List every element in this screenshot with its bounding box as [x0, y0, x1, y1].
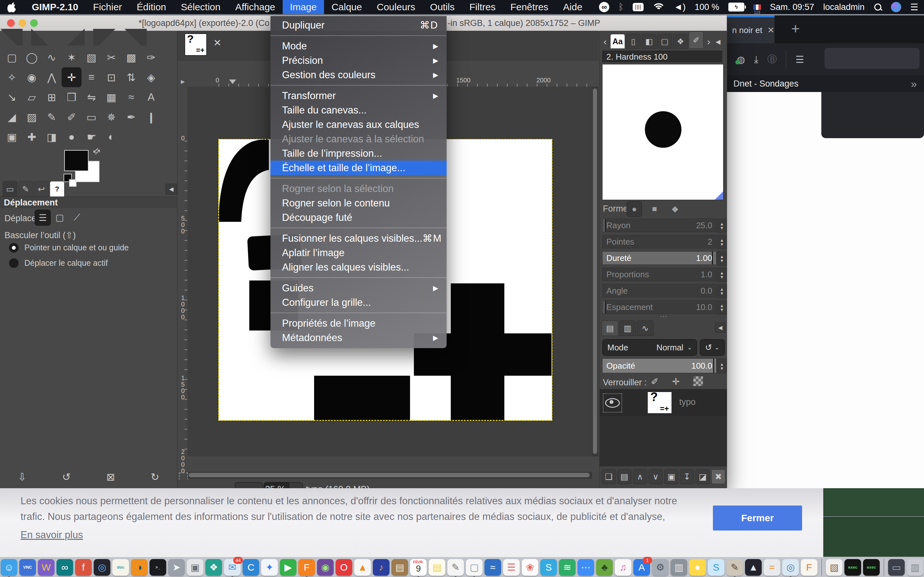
itunes-dock-icon[interactable]: ♫	[615, 559, 632, 576]
ink-pen-tool[interactable]: ✑	[141, 47, 161, 67]
save-tool-preset-button[interactable]: ⇩	[18, 471, 27, 483]
control-center-icon[interactable]: ☰	[910, 2, 918, 13]
vertical-scrollbar[interactable]	[592, 87, 598, 456]
messages-dock-icon[interactable]: ⋯	[577, 559, 594, 576]
cage-transform-tool[interactable]: ▦	[102, 87, 121, 107]
minimized-window-dock-icon[interactable]: ▭	[888, 559, 905, 576]
scissors-select-tool[interactable]: ✂	[102, 47, 121, 67]
select-by-color-tool[interactable]: ▧	[81, 47, 102, 67]
inkscape-dock-icon[interactable]: ▲	[745, 559, 762, 576]
notes-dock-icon[interactable]: ▤	[429, 559, 445, 576]
sketch-dock-icon[interactable]: S	[708, 559, 724, 576]
menu-item-dupliquer[interactable]: Dupliquer⌘D	[270, 18, 447, 32]
shear-tool[interactable]: ▱	[22, 87, 42, 107]
raise-layer-button[interactable]: ∧	[633, 469, 647, 484]
ink-tool[interactable]: ✒	[121, 107, 141, 127]
menu-fichier[interactable]: Fichier	[86, 0, 129, 14]
mypaint-brush-tool[interactable]: ❙	[141, 107, 161, 127]
opera-dock-icon[interactable]: O	[336, 559, 352, 576]
reset-tool-options-button[interactable]: ↻	[151, 471, 160, 483]
new-tab-button[interactable]: +	[791, 20, 800, 37]
tab-brush-presets[interactable]: ❖	[673, 34, 688, 49]
tor-browser-dock-icon[interactable]: ◉	[317, 559, 334, 576]
paintbrush-tool[interactable]: ✐	[61, 107, 81, 127]
app-c-dock-icon[interactable]: C	[242, 559, 259, 576]
menu-item-decoupage-fute[interactable]: Découpage futé	[270, 210, 447, 225]
menu-item-taille-canevas[interactable]: Taille du canevas...	[270, 103, 447, 117]
blender-dock-icon[interactable]: ◑	[131, 559, 148, 576]
menu-fenetres[interactable]: Fenêtres	[503, 0, 556, 14]
zoom-tool[interactable]: ◉	[22, 67, 42, 87]
panel-collapse-icon[interactable]: ◀	[166, 184, 177, 195]
color-picker-tool[interactable]: ✧	[2, 67, 22, 87]
skype-dock-icon[interactable]: S	[540, 559, 557, 576]
heal-tool[interactable]: ✚	[22, 127, 42, 147]
menu-selection[interactable]: Sélection	[174, 0, 228, 14]
ellipse-select-tool[interactable]: ◯	[22, 47, 42, 67]
vertical-ruler[interactable]: 0500100015002000	[178, 87, 188, 456]
calendar-dock-icon[interactable]: FÉVR.9	[410, 559, 427, 576]
battery-icon[interactable]: ϟ	[728, 3, 744, 11]
tab-selection-editor[interactable]: ▢	[657, 34, 672, 49]
tab-channels[interactable]: ▥	[619, 321, 636, 336]
airbrush-tool[interactable]: ✵	[102, 107, 121, 127]
firefox-dock-icon[interactable]: F	[298, 559, 315, 576]
opacity-spinner[interactable]: ▴▾	[717, 359, 727, 374]
user-session-label[interactable]: localadmin	[823, 2, 865, 12]
menu-item-configurer-grille[interactable]: Configurer la grille...	[270, 295, 447, 309]
tab-undo-history[interactable]: ↩	[34, 181, 49, 197]
unified-transform-tool[interactable]: ⇅	[121, 67, 141, 87]
foreground-select-tool[interactable]: ▩	[121, 47, 141, 67]
restore-tool-preset-button[interactable]: ↺	[62, 471, 71, 483]
input-language-flag-icon[interactable]: 123	[753, 5, 761, 10]
quick-mask-toggle[interactable]	[179, 472, 188, 480]
launchpad-dock-icon[interactable]: ➤	[168, 559, 185, 576]
clone-tool[interactable]: ▣	[2, 127, 22, 147]
hamburger-menu-icon[interactable]: ☰	[795, 54, 804, 65]
layer-mode-dropdown[interactable]: Mode Normal⌄	[602, 339, 697, 356]
download-icon[interactable]: ⤓	[754, 54, 758, 65]
sketchup-dock-icon[interactable]: ❖	[205, 559, 222, 576]
tab-fonts[interactable]: Aa	[610, 34, 625, 49]
lasso-select-tool[interactable]: ∿	[42, 47, 61, 67]
3d-transform-tool[interactable]: ❒	[61, 87, 81, 107]
image-tab-thumbnail[interactable]: ?=+	[184, 33, 207, 56]
app-f-dock-icon[interactable]: f	[75, 559, 92, 576]
move-selection-mode-button[interactable]: ▢	[52, 210, 67, 225]
app-store-dock-icon[interactable]: A1	[633, 559, 650, 576]
new-layer-group-button[interactable]: ▤	[617, 469, 632, 484]
tab-close-icon[interactable]: ✕	[767, 25, 774, 35]
menu-image[interactable]: Image	[283, 0, 324, 14]
siri-app-dock-icon[interactable]: ◎	[94, 559, 110, 576]
slider-espacement[interactable]: Espacement10.0	[602, 300, 716, 314]
mail-dock-icon[interactable]: ✉44	[224, 559, 241, 576]
finder-dock-icon[interactable]: ☺	[1, 559, 17, 576]
crop-tool[interactable]: ⊡	[102, 67, 121, 87]
slider-rayon[interactable]: Rayon25.0	[602, 219, 716, 232]
blur-tool[interactable]: ●	[61, 127, 81, 147]
dodge-burn-tool[interactable]: ◐	[102, 127, 121, 147]
mode-reset-button[interactable]: ↺⌄	[700, 339, 725, 356]
menu-item-guides[interactable]: Guides▶	[270, 281, 447, 295]
cyberduck-dock-icon[interactable]: ●	[689, 559, 706, 576]
menu-item-fusionner-calques[interactable]: Fusionner les calques visibles...⌘M	[270, 231, 447, 245]
vlc-dock-icon[interactable]: ▲	[354, 559, 371, 576]
brush-shape-square[interactable]: ■	[647, 201, 662, 216]
slider-proportions-spinner[interactable]: ▴▾	[717, 268, 727, 282]
terminal-dock-icon[interactable]: >_	[150, 559, 166, 576]
gimp-dock-dock-icon[interactable]: ✎	[726, 559, 743, 576]
badge-icon[interactable]: Ⓑ	[767, 53, 777, 66]
layer-visibility-toggle[interactable]	[603, 393, 622, 413]
tab-brush-editor[interactable]: ✐	[689, 31, 704, 49]
text-tool[interactable]: A	[141, 87, 161, 107]
tab-layers[interactable]: ▤	[602, 321, 618, 336]
slider-pointes-spinner[interactable]: ▴▾	[717, 235, 727, 249]
move-tool[interactable]: ✛	[61, 67, 81, 87]
menu-calque[interactable]: Calque	[324, 0, 369, 14]
tab-image-thumbnail[interactable]: ?	[50, 181, 65, 197]
brush-shape-diamond[interactable]: ◆	[668, 201, 682, 216]
reminders-dock-icon[interactable]: ☰	[503, 559, 520, 576]
browser-address-field[interactable]	[825, 48, 919, 69]
app-w-dock-icon[interactable]: W	[38, 559, 55, 576]
rotate-tool[interactable]: ◈	[141, 67, 161, 87]
